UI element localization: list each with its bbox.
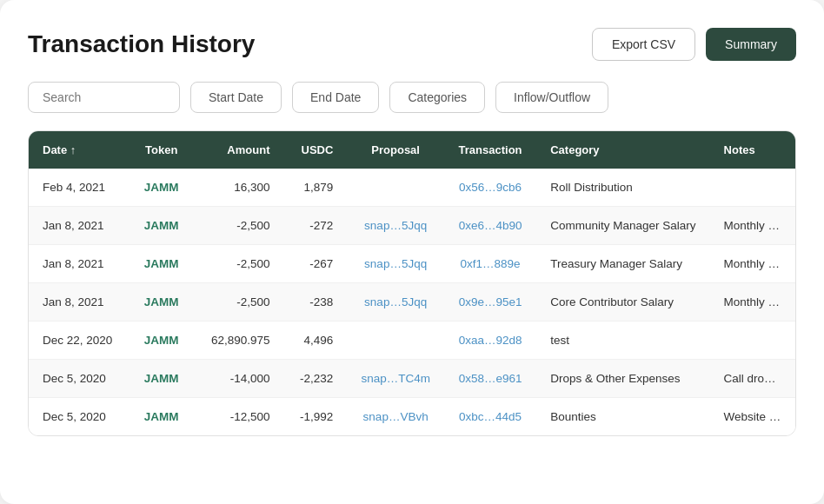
cell-date: Feb 4, 2021: [29, 169, 128, 207]
cell-date: Jan 8, 2021: [29, 207, 128, 245]
cell-proposal[interactable]: snap…5Jqq: [347, 245, 444, 283]
header-actions: Export CSV Summary: [592, 28, 796, 61]
cell-amount: -12,500: [195, 398, 283, 436]
transactions-table-wrapper: Date ↑ Token Amount USDC Proposal Transa…: [28, 130, 796, 436]
cell-notes: Monthly …: [710, 283, 795, 322]
table-row: Jan 8, 2021JAMM-2,500-238snap…5Jqq0x9e…9…: [29, 283, 795, 322]
cell-date: Dec 22, 2020: [29, 322, 128, 360]
col-header-transaction: Transaction: [444, 131, 536, 169]
export-csv-button[interactable]: Export CSV: [592, 28, 695, 61]
cell-category: Roll Distribution: [536, 169, 709, 207]
cell-transaction[interactable]: 0xf1…889e: [444, 245, 536, 283]
cell-token[interactable]: JAMM: [128, 360, 195, 398]
col-header-notes: Notes: [710, 131, 795, 169]
cell-transaction[interactable]: 0x9e…95e1: [444, 283, 536, 322]
table-body: Feb 4, 2021JAMM16,3001,8790x56…9cb6Roll …: [29, 169, 795, 435]
cell-date: Dec 5, 2020: [29, 360, 128, 398]
cell-usdc: -2,232: [283, 360, 347, 398]
cell-notes: Call dro…: [710, 360, 795, 398]
cell-usdc: -267: [283, 245, 347, 283]
cell-usdc: -238: [283, 283, 347, 322]
col-header-usdc: USDC: [283, 131, 347, 169]
inflow-outflow-filter[interactable]: Inflow/Outflow: [495, 82, 608, 113]
cell-token[interactable]: JAMM: [128, 169, 195, 207]
cell-notes: Website …: [710, 398, 795, 436]
cell-usdc: 4,496: [283, 322, 347, 360]
cell-category: Bounties: [536, 398, 709, 436]
cell-transaction[interactable]: 0xaa…92d8: [444, 322, 536, 360]
cell-token[interactable]: JAMM: [128, 207, 195, 245]
col-header-date: Date ↑: [29, 131, 128, 169]
col-header-category: Category: [536, 131, 709, 169]
cell-transaction[interactable]: 0xbc…44d5: [444, 398, 536, 436]
cell-category: test: [536, 322, 709, 360]
main-card: Transaction History Export CSV Summary S…: [0, 0, 824, 504]
cell-notes: Monthly …: [710, 245, 795, 283]
table-row: Dec 5, 2020JAMM-12,500-1,992snap…VBvh0xb…: [29, 398, 795, 436]
cell-category: Treasury Manager Salary: [536, 245, 709, 283]
cell-proposal[interactable]: snap…5Jqq: [347, 283, 444, 322]
cell-date: Jan 8, 2021: [29, 245, 128, 283]
table-row: Dec 5, 2020JAMM-14,000-2,232snap…TC4m0x5…: [29, 360, 795, 398]
cell-amount: -2,500: [195, 245, 283, 283]
cell-usdc: -272: [283, 207, 347, 245]
end-date-filter[interactable]: End Date: [292, 82, 379, 113]
filters-row: Start Date End Date Categories Inflow/Ou…: [28, 82, 796, 113]
cell-amount: -14,000: [195, 360, 283, 398]
cell-category: Core Contributor Salary: [536, 283, 709, 322]
cell-amount: 62,890.975: [195, 322, 283, 360]
cell-proposal[interactable]: snap…VBvh: [347, 398, 444, 436]
start-date-filter[interactable]: Start Date: [190, 82, 282, 113]
transactions-table: Date ↑ Token Amount USDC Proposal Transa…: [29, 131, 795, 435]
cell-transaction[interactable]: 0x56…9cb6: [444, 169, 536, 207]
table-row: Dec 22, 2020JAMM62,890.9754,4960xaa…92d8…: [29, 322, 795, 360]
cell-amount: -2,500: [195, 207, 283, 245]
col-header-proposal: Proposal: [347, 131, 444, 169]
header-row: Transaction History Export CSV Summary: [28, 28, 796, 61]
cell-date: Jan 8, 2021: [29, 283, 128, 322]
cell-amount: 16,300: [195, 169, 283, 207]
cell-category: Community Manager Salary: [536, 207, 709, 245]
page-title: Transaction History: [28, 30, 255, 58]
col-header-token: Token: [128, 131, 195, 169]
cell-token[interactable]: JAMM: [128, 398, 195, 436]
cell-notes: Monthly …: [710, 207, 795, 245]
cell-token[interactable]: JAMM: [128, 245, 195, 283]
cell-notes: [710, 322, 795, 360]
cell-amount: -2,500: [195, 283, 283, 322]
cell-notes: [710, 169, 795, 207]
search-input[interactable]: [28, 82, 180, 113]
cell-category: Drops & Other Expenses: [536, 360, 709, 398]
summary-button[interactable]: Summary: [706, 28, 796, 61]
categories-filter[interactable]: Categories: [389, 82, 485, 113]
cell-token[interactable]: JAMM: [128, 283, 195, 322]
table-header: Date ↑ Token Amount USDC Proposal Transa…: [29, 131, 795, 169]
cell-proposal[interactable]: snap…5Jqq: [347, 207, 444, 245]
cell-proposal[interactable]: snap…TC4m: [347, 360, 444, 398]
cell-transaction[interactable]: 0xe6…4b90: [444, 207, 536, 245]
cell-proposal: [347, 169, 444, 207]
cell-proposal: [347, 322, 444, 360]
table-row: Jan 8, 2021JAMM-2,500-267snap…5Jqq0xf1…8…: [29, 245, 795, 283]
cell-token[interactable]: JAMM: [128, 322, 195, 360]
table-row: Jan 8, 2021JAMM-2,500-272snap…5Jqq0xe6…4…: [29, 207, 795, 245]
cell-date: Dec 5, 2020: [29, 398, 128, 436]
cell-usdc: 1,879: [283, 169, 347, 207]
col-header-amount: Amount: [195, 131, 283, 169]
table-row: Feb 4, 2021JAMM16,3001,8790x56…9cb6Roll …: [29, 169, 795, 207]
cell-usdc: -1,992: [283, 398, 347, 436]
cell-transaction[interactable]: 0x58…e961: [444, 360, 536, 398]
